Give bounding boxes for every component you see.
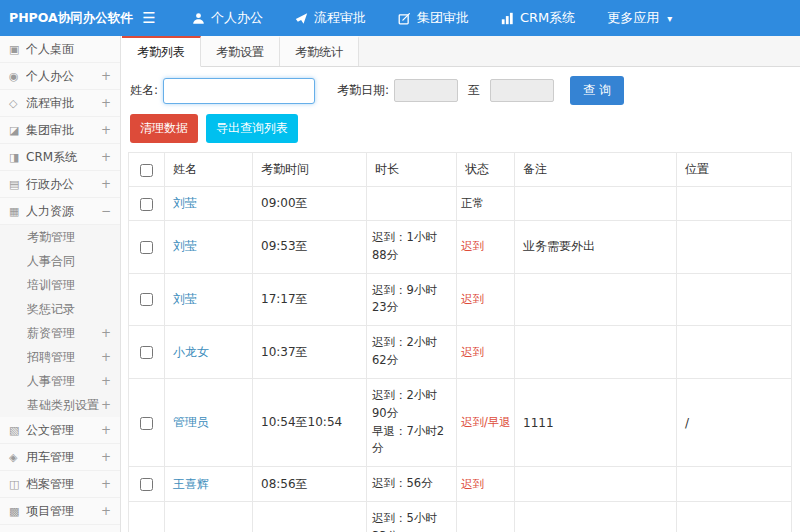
app-logo[interactable]: PHPOA协同办公软件 <box>0 10 128 27</box>
sidebar-subitem[interactable]: 薪资管理+ <box>0 321 120 345</box>
sidebar-item[interactable]: ▧公文管理+ <box>0 417 120 444</box>
sidebar-item-label: 个人桌面 <box>26 41 111 58</box>
sidebar-item-label: 项目管理 <box>26 503 101 520</box>
sidebar-item[interactable]: ◇流程审批+ <box>0 90 120 117</box>
top-nav-item[interactable]: 流程审批 <box>279 0 382 36</box>
filter-bar: 姓名: 考勤日期: 至 查 询 <box>122 67 800 112</box>
sidebar-subitem[interactable]: 招聘管理+ <box>0 345 120 369</box>
table-row: 小龙女10:37至迟到：2小时62分迟到 <box>129 326 792 379</box>
table-header-row: 姓名考勤时间时长状态备注位置 <box>129 153 792 187</box>
row-checkbox[interactable] <box>140 478 153 491</box>
select-all-header-cell <box>129 153 165 187</box>
duration-cell: 迟到：56分 <box>367 467 457 502</box>
sidebar-item-label: 档案管理 <box>26 476 101 493</box>
date-filter-group: 考勤日期: 至 <box>337 79 554 102</box>
column-header: 时长 <box>367 153 457 187</box>
note-cell <box>515 467 677 502</box>
plus-icon: + <box>101 423 111 437</box>
note-cell <box>515 326 677 379</box>
action-bar: 清理数据 导出查询列表 <box>122 112 800 152</box>
sidebar-item-label: 集团审批 <box>26 122 101 139</box>
clear-data-button[interactable]: 清理数据 <box>130 114 198 143</box>
row-checkbox[interactable] <box>140 293 153 306</box>
sidebar-item-label: 招聘管理 <box>27 349 101 366</box>
duration-cell <box>367 187 457 221</box>
chart-icon <box>501 12 514 25</box>
top-nav-label: CRM系统 <box>520 9 575 27</box>
menu-toggle-icon[interactable]: ☰ <box>128 9 170 27</box>
sidebar-item[interactable]: ◪集团审批+ <box>0 117 120 144</box>
tab-item[interactable]: 考勤统计 <box>280 36 359 66</box>
row-checkbox[interactable] <box>140 241 153 254</box>
caret-down-icon: ▾ <box>667 13 672 24</box>
status-cell: 迟到 <box>457 326 515 379</box>
plus-icon: + <box>101 477 111 491</box>
sidebar-subitem[interactable]: 人事管理+ <box>0 369 120 393</box>
sidebar-item[interactable]: ◨CRM系统+ <box>0 144 120 171</box>
sidebar-item-label: 人事管理 <box>27 373 101 390</box>
top-nav-item[interactable]: 更多应用▾ <box>591 0 688 36</box>
attendance-time-cell: 09:53至 <box>253 221 367 274</box>
archive-icon: ◫ <box>9 478 26 491</box>
plus-icon: + <box>101 123 111 137</box>
status-cell: 迟到 <box>457 467 515 502</box>
sidebar-item[interactable]: ▤行政办公+ <box>0 171 120 198</box>
date-filter-label: 考勤日期: <box>337 82 389 99</box>
tab-bar: 考勤列表考勤设置考勤统计 <box>122 36 800 67</box>
sidebar-subitem[interactable]: 人事合同 <box>0 249 120 273</box>
date-to-input[interactable] <box>490 79 554 102</box>
employee-name-link[interactable]: 刘莹 <box>173 292 197 306</box>
column-header: 备注 <box>515 153 677 187</box>
tab-item[interactable]: 考勤设置 <box>201 36 280 66</box>
sidebar-item[interactable]: ◈用车管理+ <box>0 444 120 471</box>
row-checkbox[interactable] <box>140 198 153 211</box>
plus-icon: + <box>101 96 111 110</box>
select-all-checkbox[interactable] <box>140 164 153 177</box>
user-icon <box>192 12 205 25</box>
table-row: 管理员10:54至10:54迟到：2小时90分 早退：7小时2分迟到/早退111… <box>129 378 792 466</box>
employee-name-link[interactable]: 小龙女 <box>173 345 209 359</box>
sidebar-item-label: 用车管理 <box>26 449 101 466</box>
sidebar-item[interactable]: ◉个人办公+ <box>0 63 120 90</box>
plus-icon: + <box>101 177 111 191</box>
row-checkbox[interactable] <box>140 417 153 430</box>
top-nav-item[interactable]: CRM系统 <box>485 0 591 36</box>
top-nav-item[interactable]: 集团审批 <box>382 0 485 36</box>
sidebar-item[interactable]: ◫档案管理+ <box>0 471 120 498</box>
table-row: 黄莺13:20至13:20迟到：5小时33分 早退：4小时67分迟到/早退/ <box>129 501 792 532</box>
sidebar-item[interactable]: ▣个人桌面 <box>0 36 120 63</box>
sidebar-subitem[interactable]: 奖惩记录 <box>0 297 120 321</box>
employee-name-link[interactable]: 刘莹 <box>173 239 197 253</box>
date-from-input[interactable] <box>394 79 458 102</box>
employee-name-link[interactable]: 王喜辉 <box>173 477 209 491</box>
minus-icon: − <box>101 204 111 218</box>
employee-name-link[interactable]: 刘莹 <box>173 196 197 210</box>
attendance-time-cell: 10:54至10:54 <box>253 378 367 466</box>
column-header: 位置 <box>677 153 792 187</box>
admin-icon: ▤ <box>9 178 26 191</box>
employee-name-link[interactable]: 管理员 <box>173 415 209 429</box>
row-checkbox[interactable] <box>140 346 153 359</box>
sidebar-subitem[interactable]: 基础类别设置+ <box>0 393 120 417</box>
search-button[interactable]: 查 询 <box>570 76 624 105</box>
column-header: 姓名 <box>165 153 253 187</box>
name-filter-input[interactable] <box>163 78 315 104</box>
plus-icon: + <box>101 450 111 464</box>
export-list-button[interactable]: 导出查询列表 <box>206 114 298 143</box>
top-nav-label: 更多应用 <box>607 9 659 27</box>
duration-cell: 迟到：2小时90分 早退：7小时2分 <box>367 378 457 466</box>
top-nav-item[interactable]: 个人办公 <box>176 0 279 36</box>
edit-icon <box>398 12 411 25</box>
attendance-time-cell: 17:17至 <box>253 273 367 326</box>
note-cell: 1111 <box>515 378 677 466</box>
doc-icon: ▧ <box>9 424 26 437</box>
sidebar-subitem[interactable]: 培训管理 <box>0 273 120 297</box>
tab-item[interactable]: 考勤列表 <box>122 36 201 67</box>
sidebar-item[interactable]: ▩项目管理+ <box>0 498 120 525</box>
location-cell: / <box>677 378 792 466</box>
sidebar-subitem[interactable]: 考勤管理 <box>0 225 120 249</box>
sidebar-item-label: 奖惩记录 <box>27 301 111 318</box>
attendance-table-body: 刘莹09:00至正常刘莹09:53至迟到：1小时88分迟到业务需要外出刘莹17:… <box>129 187 792 532</box>
flow-icon <box>295 12 308 25</box>
sidebar-item[interactable]: ▦人力资源− <box>0 198 120 225</box>
